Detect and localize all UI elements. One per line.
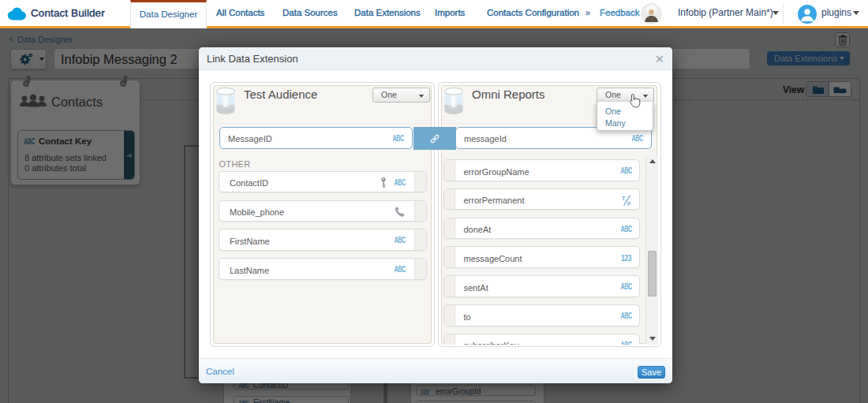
- svg-text:F: F: [627, 200, 631, 206]
- svg-text:T: T: [622, 195, 626, 202]
